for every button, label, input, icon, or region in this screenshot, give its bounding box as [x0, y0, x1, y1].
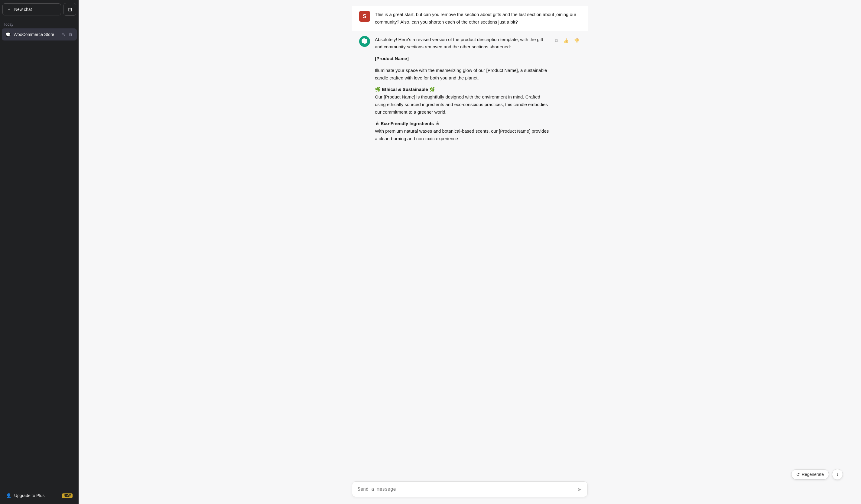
product-name-label: [Product Name] — [375, 56, 409, 61]
chat-item-icon: 💬 — [5, 32, 11, 37]
chat-messages: S This is a great start, but can you rem… — [79, 0, 861, 478]
assistant-message: Absolutely! Here's a revised version of … — [352, 31, 588, 148]
main-content: S This is a great start, but can you rem… — [79, 0, 861, 504]
chat-item-woocommerce[interactable]: 💬 WooCommerce Store ✎ 🗑 — [2, 28, 77, 41]
regenerate-icon: ↺ — [796, 472, 800, 477]
input-container: ➤ — [352, 481, 588, 498]
chat-item-actions: ✎ 🗑 — [61, 31, 73, 38]
thumbdown-icon: 👎 — [574, 38, 579, 43]
plus-icon: ＋ — [7, 6, 11, 12]
message-actions: ⧉ 👍 👎 — [554, 36, 580, 44]
chat-input[interactable] — [352, 481, 588, 498]
section2-heading: 🕯 Eco-Friendly Ingredients 🕯 — [375, 121, 440, 126]
assistant-intro: Absolutely! Here's a revised version of … — [375, 36, 549, 51]
new-chat-button[interactable]: ＋ New chat — [2, 3, 61, 15]
sidebar-bottom: 👤 Upgrade to Plus NEW — [0, 487, 79, 504]
section2-text: With premium natural waxes and botanical… — [375, 128, 549, 141]
edit-chat-button[interactable]: ✎ — [61, 31, 66, 38]
toggle-sidebar-button[interactable]: ⊡ — [64, 3, 76, 16]
user-avatar-letter: S — [363, 13, 366, 20]
section1-text: Our [Product Name] is thoughtfully desig… — [375, 94, 548, 114]
user-message-content: This is a great start, but can you remov… — [375, 11, 580, 26]
assistant-message-content: Absolutely! Here's a revised version of … — [375, 36, 549, 143]
regenerate-label: Regenerate — [802, 472, 824, 477]
assistant-tagline: Illuminate your space with the mesmerizi… — [375, 67, 549, 82]
assistant-avatar — [359, 36, 370, 47]
upgrade-button[interactable]: 👤 Upgrade to Plus NEW — [2, 490, 76, 501]
new-chat-label: New chat — [14, 7, 32, 12]
chat-item-label: WooCommerce Store — [14, 32, 61, 37]
chat-bottom: ↺ Regenerate ↓ ➤ — [79, 478, 861, 504]
thumbdown-button[interactable]: 👎 — [573, 37, 580, 44]
sidebar-toggle-icon: ⊡ — [68, 6, 72, 12]
copy-icon: ⧉ — [555, 38, 558, 43]
user-avatar: S — [359, 11, 370, 22]
thumbup-button[interactable]: 👍 — [562, 37, 570, 44]
thumbup-icon: 👍 — [563, 38, 569, 43]
upgrade-label: Upgrade to Plus — [14, 493, 44, 498]
user-icon: 👤 — [6, 493, 11, 498]
scroll-down-button[interactable]: ↓ — [832, 469, 843, 480]
today-section-label: Today — [0, 19, 79, 28]
user-message-text: This is a great start, but can you remov… — [375, 11, 580, 26]
sidebar: ＋ New chat ⊡ Today 💬 WooCommerce Store ✎… — [0, 0, 79, 504]
floating-actions: ↺ Regenerate ↓ — [791, 469, 843, 480]
send-button[interactable]: ➤ — [574, 485, 584, 494]
user-message: S This is a great start, but can you rem… — [352, 6, 588, 31]
regenerate-button[interactable]: ↺ Regenerate — [791, 469, 829, 479]
send-icon: ➤ — [577, 486, 582, 493]
sidebar-top: ＋ New chat ⊡ — [0, 0, 79, 19]
new-badge: NEW — [62, 493, 72, 498]
delete-chat-button[interactable]: 🗑 — [68, 31, 73, 38]
scroll-down-icon: ↓ — [836, 472, 839, 477]
copy-button[interactable]: ⧉ — [554, 37, 559, 44]
section1-heading: 🌿 Ethical & Sustainable 🌿 — [375, 87, 435, 92]
